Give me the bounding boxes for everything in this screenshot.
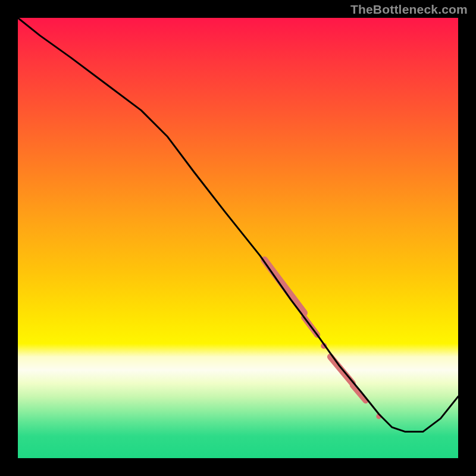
- watermark-text: TheBottleneck.com: [350, 2, 468, 17]
- bottleneck-chart: [18, 18, 458, 458]
- chart-frame: TheBottleneck.com: [0, 0, 476, 476]
- gradient-background: [18, 18, 458, 458]
